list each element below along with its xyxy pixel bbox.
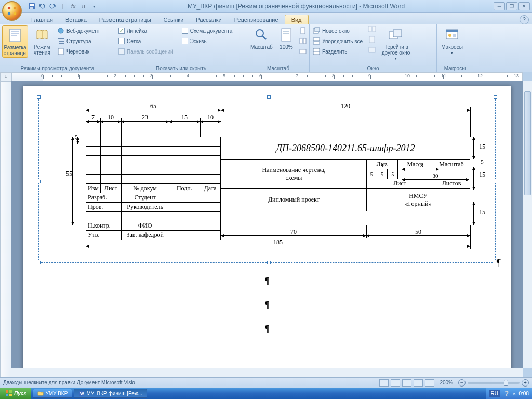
zoom-in-button[interactable]: + xyxy=(522,379,529,387)
split-button[interactable]: Разделить xyxy=(312,46,364,57)
view-web-icon[interactable] xyxy=(402,379,411,387)
grid-check[interactable]: Сетка xyxy=(117,36,175,46)
switchwin-icon xyxy=(388,26,404,43)
statusbar: Дважды щелкните для правки Документ Micr… xyxy=(0,377,532,388)
pagewidth-icon[interactable] xyxy=(299,47,307,57)
tab-home[interactable]: Главная xyxy=(25,15,59,24)
draft-button[interactable]: Черновик xyxy=(56,46,101,57)
start-button[interactable]: Пуск xyxy=(0,388,31,399)
tray-expand-icon[interactable]: « xyxy=(513,391,516,396)
svg-rect-25 xyxy=(300,49,306,54)
stamp-left-table: ИзмЛист№ докумПодп.Дата Разраб.Студент П… xyxy=(86,137,221,240)
svg-rect-15 xyxy=(59,43,64,44)
svg-point-17 xyxy=(256,30,263,37)
print-layout-button[interactable]: Разметка страницы xyxy=(2,25,28,58)
split-icon xyxy=(313,48,320,55)
page: 65 120 7 10 23 15 10 5 55 xyxy=(23,86,511,377)
tab-review[interactable]: Рецензирование xyxy=(228,15,285,24)
thumbs-check[interactable]: Эскизы xyxy=(181,36,234,46)
office-button[interactable] xyxy=(2,1,22,21)
paragraph-mark: ¶ xyxy=(497,258,501,269)
document-area[interactable]: 65 120 7 10 23 15 10 5 55 xyxy=(11,81,523,377)
twopage-icon[interactable] xyxy=(299,37,307,46)
window-title: МУ_ВКР финиш [Режим ограниченной функцио… xyxy=(99,3,494,10)
help-button[interactable]: ? xyxy=(520,15,529,24)
visio-object[interactable]: 65 120 7 10 23 15 10 5 55 xyxy=(38,97,496,263)
svg-rect-37 xyxy=(393,30,402,37)
checkbox-icon xyxy=(118,38,125,44)
macros-button[interactable]: Макросы▾ xyxy=(439,25,465,56)
redo-icon[interactable] xyxy=(48,2,57,11)
svg-line-18 xyxy=(262,36,266,39)
outline-icon xyxy=(57,37,64,45)
view-print-icon[interactable] xyxy=(379,379,389,387)
tab-view[interactable]: Вид xyxy=(285,15,309,24)
svg-rect-35 xyxy=(369,47,375,52)
tab-mail[interactable]: Рассылки xyxy=(190,15,228,24)
svg-rect-33 xyxy=(373,26,376,32)
svg-rect-44 xyxy=(6,394,8,396)
taskbar-item[interactable]: УМУ ВКР xyxy=(33,389,72,398)
onepage-icon[interactable] xyxy=(299,26,307,36)
svg-point-40 xyxy=(448,34,451,37)
quick-access-toolbar: | fx π ▾ xyxy=(27,2,99,11)
svg-rect-13 xyxy=(58,38,64,39)
vertical-ruler[interactable] xyxy=(0,81,11,377)
save-icon[interactable] xyxy=(27,2,36,11)
vertical-scrollbar[interactable] xyxy=(523,81,532,368)
svg-rect-16 xyxy=(58,48,63,55)
docmap-check[interactable]: Схема документа xyxy=(181,25,234,36)
svg-rect-34 xyxy=(369,36,375,43)
clock[interactable]: 0:08 xyxy=(519,391,529,396)
switch-window-button[interactable]: Перейти в другое окно▾ xyxy=(379,25,413,62)
tab-layout[interactable]: Разметка страницы xyxy=(93,15,157,24)
reading-button[interactable]: Режим чтения xyxy=(29,25,55,57)
svg-rect-10 xyxy=(11,35,17,36)
undo-icon[interactable] xyxy=(37,2,47,11)
tray-icon[interactable]: ❔ xyxy=(503,391,510,396)
outline-button[interactable]: Структура xyxy=(56,36,101,46)
checkbox-checked-icon: ✓ xyxy=(118,28,125,34)
newwin-button[interactable]: Новое окно xyxy=(312,25,364,36)
svg-point-2 xyxy=(8,12,11,16)
svg-rect-19 xyxy=(282,29,291,41)
taskbar-item-active[interactable]: W МУ_ВКР финиш [Реж... xyxy=(74,389,147,398)
ruler-check[interactable]: ✓Линейка xyxy=(117,25,175,36)
title-block-drawing: 65 120 7 10 23 15 10 5 55 xyxy=(44,102,490,258)
ribbon-tabs: Главная Вставка Разметка страницы Ссылки… xyxy=(0,13,532,24)
svg-rect-42 xyxy=(6,390,8,393)
zoom-out-button[interactable]: − xyxy=(458,379,466,387)
ruler-corner: L xyxy=(0,72,11,81)
msgpanel-check[interactable]: Панель сообщений xyxy=(117,46,175,57)
macros-icon xyxy=(444,26,460,43)
lang-indicator[interactable]: RU xyxy=(489,390,500,397)
horizontal-ruler[interactable]: 012345678910111213 xyxy=(11,72,523,81)
arrange-button[interactable]: Упорядочить все xyxy=(312,36,364,46)
zoom100-button[interactable]: 100% xyxy=(275,25,298,51)
system-tray: RU ❔ « 0:08 xyxy=(486,388,532,399)
view-outline-icon[interactable] xyxy=(414,379,423,387)
svg-point-0 xyxy=(8,7,11,10)
newwin-icon xyxy=(313,27,320,34)
svg-rect-5 xyxy=(30,4,34,6)
svg-rect-28 xyxy=(313,38,320,41)
webdoc-button[interactable]: Веб-документ xyxy=(56,25,101,36)
horizontal-scrollbar[interactable] xyxy=(11,368,523,377)
qat-more-icon[interactable]: ▾ xyxy=(89,2,99,11)
paragraph-mark: ¶ xyxy=(38,324,496,335)
minimize-button[interactable]: ─ xyxy=(494,2,505,10)
close-button[interactable]: ✕ xyxy=(518,2,530,10)
tab-refs[interactable]: Ссылки xyxy=(157,15,190,24)
restore-button[interactable]: ❐ xyxy=(506,2,517,10)
zoom-pct[interactable]: 200% xyxy=(440,380,453,385)
titlebar: | fx π ▾ МУ_ВКР финиш [Режим ограниченно… xyxy=(0,0,532,13)
svg-rect-21 xyxy=(283,33,289,34)
zoom-slider[interactable] xyxy=(468,382,520,384)
zoom-button[interactable]: Масштаб xyxy=(249,25,274,51)
pi-icon[interactable]: π xyxy=(79,2,88,11)
view-read-icon[interactable] xyxy=(391,379,400,387)
tab-insert[interactable]: Вставка xyxy=(59,15,93,24)
fx-icon[interactable]: fx xyxy=(69,2,78,11)
view-draft-icon[interactable] xyxy=(425,379,434,387)
windows-logo-icon xyxy=(5,390,12,397)
